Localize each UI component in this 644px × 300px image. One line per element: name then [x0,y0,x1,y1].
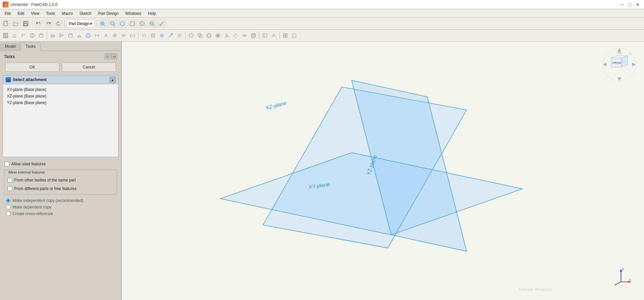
menubar: FileEditViewToolsMacroSketchPart DesignW… [0,9,644,18]
svg-line-5 [104,25,105,26]
radio-options-section: Make independent copy (recommended) Make… [4,197,117,217]
open-button[interactable] [11,19,20,28]
tab-model[interactable]: Model [0,42,21,50]
from-other-bodies-checkbox[interactable] [8,178,12,182]
tool-3[interactable] [19,31,28,40]
svg-marker-50 [632,63,636,66]
radio-dependent-label[interactable]: Make dependent copy [13,205,51,209]
from-different-parts-row: From different parts or free features [7,185,114,192]
list-item[interactable]: YZ-plane (Base plane) [5,99,116,106]
toolbar-separator-3 [96,20,96,28]
list-item[interactable]: XZ-plane (Base plane) [5,93,116,99]
cancel-button[interactable]: Cancel [62,63,116,72]
view-cube-button[interactable] [118,19,127,28]
titlebar-title: Unnamed - FreeCAD 1.0.0 [11,2,58,7]
tool-17[interactable] [149,31,157,40]
tool-1[interactable] [1,31,10,40]
workbench-dropdown[interactable]: Part Design ▾ [66,19,94,28]
menu-item-edit[interactable]: Edit [14,10,28,17]
tool-29[interactable] [261,31,269,40]
tool-22[interactable] [196,31,204,40]
sa-collapse-button[interactable]: ▲ [110,77,116,83]
nav-cube-svg: Top FRONT [601,46,637,83]
xz-label: XZ-plane [265,100,287,111]
from-different-parts-label[interactable]: From different parts or free features [14,186,76,191]
minimize-button[interactable]: ─ [618,1,626,8]
tool-28[interactable] [249,31,258,40]
allow-used-features-row: Allow used features [4,160,117,168]
tool-4[interactable] [28,31,37,40]
new-button[interactable] [1,19,11,28]
expand-button[interactable]: □ [105,53,111,59]
tool-30[interactable] [270,31,278,40]
tool-23[interactable] [205,31,213,40]
collapse-button[interactable]: ▭ [111,53,117,59]
tool-12[interactable] [102,31,110,40]
close-button[interactable]: ✕ [634,1,641,8]
tool-25[interactable] [222,31,231,40]
menu-item-help[interactable]: Help [144,10,159,17]
zoom-in-button[interactable] [98,19,107,28]
radio-row-2: Create cross-reference [5,210,116,217]
list-item[interactable]: XY-plane (Base plane) [5,86,116,93]
tool-15[interactable] [128,31,137,40]
measure-button[interactable] [157,19,167,28]
tool-32[interactable] [290,31,298,40]
tasks-panel-content: Tasks □ ▭ OK Cancel Select at [0,51,121,300]
save-button[interactable] [21,19,30,28]
tool-11[interactable] [93,31,101,40]
refresh-button[interactable] [54,19,63,28]
redo-button[interactable] [44,19,53,28]
tool-13[interactable] [111,31,119,40]
workbench-label: Part Design [69,21,90,26]
svg-rect-45 [7,78,10,79]
maximize-button[interactable]: □ [626,1,633,8]
tool-10[interactable] [84,31,92,40]
nav-cube[interactable]: Top FRONT [601,46,637,83]
zoom-out-button[interactable] [147,19,157,28]
radio-dependent[interactable] [6,205,11,209]
tool-31[interactable] [281,31,290,40]
from-other-bodies-label[interactable]: From other bodies of the same part [14,178,76,182]
tab-tasks[interactable]: Tasks [21,42,41,51]
tool-2[interactable] [10,31,19,40]
menu-item-sketch[interactable]: Sketch [76,10,95,17]
menu-item-tools[interactable]: Tools [43,10,59,17]
tool-8[interactable] [66,31,75,40]
menu-item-view[interactable]: View [28,10,43,17]
radio-cross-reference-label[interactable]: Create cross-reference [13,211,53,216]
radio-cross-reference[interactable] [6,211,11,216]
tool-20[interactable] [175,31,184,40]
tb2-sep-4 [259,32,259,40]
tool-18[interactable] [158,31,166,40]
draw-style-button[interactable] [128,19,137,28]
tool-27[interactable] [240,31,249,40]
menu-item-macro[interactable]: Macro [59,10,76,17]
select-attachment-label: Select attachment [13,77,47,82]
menu-item-part-design[interactable]: Part Design [95,10,122,17]
zoom-fit-button[interactable] [108,19,117,28]
tool-14[interactable] [119,31,128,40]
svg-marker-49 [603,63,606,66]
radio-independent[interactable] [6,198,11,203]
from-different-parts-checkbox[interactable] [8,186,12,191]
undo-button[interactable] [34,19,43,28]
ok-button[interactable]: OK [5,63,59,72]
menu-item-windows[interactable]: Windows [122,10,145,17]
tool-26[interactable] [231,31,240,40]
tool-5[interactable] [37,31,45,40]
svg-point-8 [111,22,114,25]
menu-item-file[interactable]: File [1,10,14,17]
tool-16[interactable] [140,31,148,40]
tool-7[interactable] [57,31,66,40]
tool-9[interactable] [75,31,84,40]
viewport[interactable]: XZ-plane XY-plane YZ-plane To [122,41,644,300]
tool-19[interactable] [167,31,175,40]
allow-used-features-checkbox[interactable] [5,162,9,166]
view-menu-button[interactable] [138,19,147,28]
tool-21[interactable] [187,31,195,40]
allow-used-features-label[interactable]: Allow used features [11,162,46,166]
tool-24[interactable] [214,31,222,40]
tool-6[interactable] [48,31,57,40]
radio-independent-label[interactable]: Make independent copy (recommended) [13,198,83,203]
